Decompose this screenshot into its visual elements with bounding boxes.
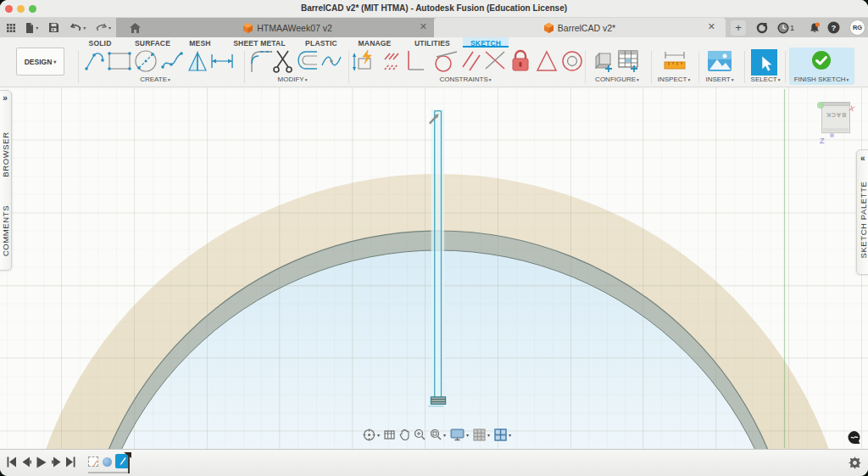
tab-solid[interactable]: SOLID xyxy=(89,39,112,48)
group-label-configure[interactable]: CONFIGURE▾ xyxy=(595,76,639,83)
group-label-select[interactable]: SELECT▾ xyxy=(751,76,781,83)
constraint-autodimension-icon[interactable] xyxy=(351,48,378,76)
select-icon[interactable] xyxy=(751,49,777,76)
document-tab-inactive[interactable]: HTMAAWeek07 v2 ✕ xyxy=(163,18,434,37)
constraint-equal-icon[interactable] xyxy=(483,48,507,74)
close-tab-icon[interactable]: ✕ xyxy=(708,21,715,32)
design-dropdown[interactable]: DESIGN ▾ xyxy=(16,48,64,76)
constraint-parallel-icon[interactable] xyxy=(460,48,482,74)
group-caret-icon: ▾ xyxy=(489,77,492,82)
group-label-inspect[interactable]: INSPECT▾ xyxy=(658,76,690,83)
file-menu-icon[interactable]: ▾ xyxy=(22,18,42,37)
modify-offset-icon[interactable] xyxy=(296,48,320,74)
create-line-icon[interactable] xyxy=(84,48,107,74)
zoom-icon[interactable] xyxy=(414,428,426,440)
viewports-icon[interactable]: ▾ xyxy=(494,428,511,441)
insert-image-icon[interactable] xyxy=(707,48,732,74)
fusion-doc-icon xyxy=(243,23,253,33)
expand-right-panel-icon[interactable]: « xyxy=(860,154,865,163)
assistant-icon[interactable] xyxy=(847,430,862,445)
pan-icon[interactable] xyxy=(399,428,409,440)
create-rectangle-icon[interactable] xyxy=(108,52,131,70)
ribbon-separator xyxy=(244,51,245,83)
constraint-concentric-icon[interactable] xyxy=(560,48,584,74)
tab-surface[interactable]: SURFACE xyxy=(135,39,170,48)
comments-tab[interactable]: COMMENTS xyxy=(1,205,10,256)
home-button[interactable] xyxy=(125,20,145,36)
group-label-constraints[interactable]: CONSTRAINTS▾ xyxy=(439,76,491,83)
tab-plastic[interactable]: PLASTIC xyxy=(305,39,337,48)
timeline-marker-flag[interactable] xyxy=(124,452,131,458)
sketch-palette-tab[interactable]: SKETCH PALETTE xyxy=(858,181,867,258)
timeline-skip-end-button[interactable] xyxy=(66,456,75,468)
notifications-icon[interactable] xyxy=(809,22,821,34)
redo-icon[interactable]: ▾ xyxy=(91,18,116,37)
viewcube-bottom-face[interactable] xyxy=(823,128,849,132)
orbit-icon[interactable]: ▾ xyxy=(363,428,380,441)
tab-sheet-metal[interactable]: SHEET METAL xyxy=(233,39,286,48)
modify-trim-icon[interactable] xyxy=(272,48,294,74)
group-label-modify[interactable]: MODIFY▾ xyxy=(278,76,308,83)
display-settings-icon[interactable]: ▾ xyxy=(450,428,469,441)
browser-tab[interactable]: BROWSER xyxy=(1,132,10,176)
tab-utilities[interactable]: UTILITIES xyxy=(415,39,450,48)
sketch-profile-rect[interactable] xyxy=(431,397,445,405)
configure-box-icon[interactable] xyxy=(593,48,616,74)
constraint-lock-icon[interactable] xyxy=(509,48,531,74)
create-dimension-icon[interactable] xyxy=(209,48,235,74)
fit-icon[interactable]: ▾ xyxy=(430,428,446,440)
redo-caret-icon: ▾ xyxy=(108,25,111,31)
constraint-triangle-icon[interactable] xyxy=(536,48,558,74)
timeline-feature-web[interactable] xyxy=(103,457,112,467)
group-label-create[interactable]: CREATE▾ xyxy=(140,76,170,83)
tab-mesh[interactable]: MESH xyxy=(189,39,210,48)
constraint-tangent-icon[interactable] xyxy=(433,48,459,74)
configure-table-icon[interactable] xyxy=(617,48,641,74)
timeline-step-forward-button[interactable] xyxy=(52,456,61,468)
new-tab-button[interactable]: + xyxy=(731,20,746,36)
look-at-icon[interactable] xyxy=(384,429,395,440)
timeline-skip-start-button[interactable] xyxy=(7,456,16,468)
viewcube[interactable]: BACK X Z xyxy=(810,98,861,148)
modify-fillet-icon[interactable] xyxy=(250,48,274,74)
create-mirror-icon[interactable] xyxy=(186,48,209,74)
expand-left-panel-icon[interactable]: » xyxy=(3,94,8,103)
group-caret-icon: ▾ xyxy=(847,77,849,82)
avatar[interactable]: RG xyxy=(849,20,865,36)
canvas-viewport[interactable]: » BROWSER COMMENTS « SKETCH PALETTE BACK… xyxy=(0,87,868,449)
tab-manage[interactable]: MANAGE xyxy=(359,39,392,48)
create-spline-icon[interactable] xyxy=(160,48,184,74)
tab-sketch[interactable]: SKETCH xyxy=(463,37,509,48)
right-panel-strip: « SKETCH PALETTE xyxy=(856,149,868,275)
extensions-icon[interactable] xyxy=(756,22,768,34)
grid-settings-icon[interactable]: ▾ xyxy=(473,428,490,441)
app-grid-icon[interactable] xyxy=(0,18,22,37)
create-circle-icon[interactable] xyxy=(133,48,159,74)
group-label-text: CONFIGURE xyxy=(595,76,636,83)
group-label-finish-sketch[interactable]: FINISH SKETCH▾ xyxy=(794,76,849,83)
timeline-play-button[interactable] xyxy=(36,456,47,468)
viewcube-corner[interactable] xyxy=(817,102,824,109)
close-tab-icon[interactable]: ✕ xyxy=(420,21,427,32)
timeline-feature-sketch[interactable] xyxy=(88,456,98,467)
inspect-measure-icon[interactable] xyxy=(662,48,687,74)
undo-icon[interactable]: ▾ xyxy=(65,18,91,37)
constraint-fix-icon[interactable] xyxy=(381,51,402,73)
viewcube-corner[interactable] xyxy=(830,133,834,137)
ribbon-separator xyxy=(651,51,652,83)
help-icon[interactable]: ? xyxy=(827,21,840,34)
job-status-icon[interactable] xyxy=(777,22,789,34)
constraint-perpendicular-icon[interactable] xyxy=(404,48,426,74)
modify-break-icon[interactable] xyxy=(320,48,342,74)
group-label-text: INSPECT xyxy=(658,76,687,83)
group-label-insert[interactable]: INSERT▾ xyxy=(706,76,734,83)
window-title: BarrelCAD v2* (MIT HTMA) - Autodesk Fusi… xyxy=(0,3,868,13)
group-label-text: CONSTRAINTS xyxy=(439,76,487,83)
timeline-step-back-button[interactable] xyxy=(22,456,31,468)
timeline-bar xyxy=(0,449,868,476)
group-caret-icon: ▾ xyxy=(637,77,639,82)
save-icon[interactable] xyxy=(42,18,66,37)
ribbon-separator xyxy=(585,51,586,83)
document-tab-active[interactable]: BarrelCAD v2* ✕ xyxy=(434,18,726,37)
timeline-settings-icon[interactable] xyxy=(849,456,861,469)
